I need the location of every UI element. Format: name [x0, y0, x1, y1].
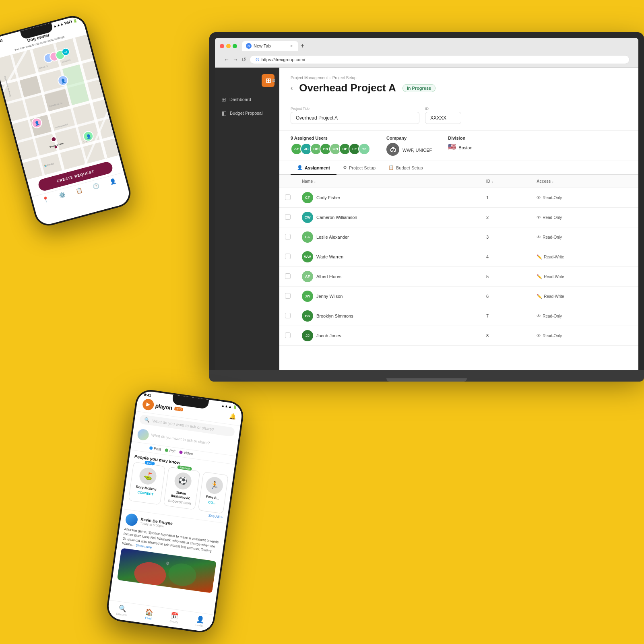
row-checkbox[interactable]: [285, 234, 291, 239]
project-id-input[interactable]: [425, 112, 461, 124]
nav-profile-icon[interactable]: 👤: [108, 176, 118, 186]
nav-list-icon[interactable]: 📋: [74, 186, 84, 195]
bottom-nav-center: 🔍 Discover 🏠 Feed 📅 Events 👤 Profile: [107, 600, 214, 632]
notification-bell-icon[interactable]: 🔔: [229, 413, 236, 420]
minimize-button-macos[interactable]: [226, 44, 231, 48]
row-name-cell: JJ Jacob Jones: [296, 326, 481, 346]
composer-placeholder[interactable]: What do you want to ask or share?: [151, 430, 211, 445]
row-name-cell: BS Brooklyn Simmons: [296, 306, 481, 326]
table-row: BS Brooklyn Simmons 7 👁 Read-Only: [279, 306, 638, 326]
nav-map-icon[interactable]: 📍: [41, 194, 50, 204]
nav-discover[interactable]: 🔍 Discover: [116, 604, 128, 617]
row-id-cell: 5: [481, 267, 531, 287]
access-text: Read-Only: [543, 196, 562, 200]
new-tab-button[interactable]: +: [301, 42, 304, 50]
dashboard-icon: ⊞: [221, 96, 226, 103]
poll-button[interactable]: Poll: [165, 448, 175, 454]
browser-tab-active[interactable]: G New Tab ×: [242, 41, 298, 51]
row-checkbox-cell: [279, 247, 296, 267]
tab-close-button[interactable]: ×: [290, 44, 293, 48]
url-input[interactable]: G https://itrexgroup.com/: [250, 55, 630, 64]
map-area[interactable]: Sunnyvale Saratoga Rd Killearn Ct Homest…: [0, 35, 119, 180]
row-checkbox[interactable]: [285, 332, 291, 338]
nav-history-icon[interactable]: 🕐: [91, 181, 101, 190]
center-phone: 9:41 ▲▲▲ 🔋 ▶ playon PRO 🔔 🔍 What do you …: [105, 388, 245, 634]
sidebar-item-dashboard[interactable]: ⊞ Dashboard: [215, 93, 279, 106]
division-name: Boston: [458, 145, 472, 150]
search-icon: 🔍: [144, 417, 151, 423]
sidebar-item-budget[interactable]: ◧ Budget Proposal: [215, 106, 279, 120]
col-checkbox: [279, 175, 296, 188]
nav-feed[interactable]: 🏠 Feed: [144, 608, 154, 620]
row-checkbox[interactable]: [285, 273, 291, 279]
tabs-bar: 👤 Assignment ⚙ Project Setup 📋 Budget Se…: [279, 161, 638, 175]
person-photo-rory: ⛳: [138, 466, 157, 485]
tab-project-setup[interactable]: ⚙ Project Setup: [336, 161, 382, 175]
person-name-zlatan: Zlatan Ibrahimović: [168, 489, 194, 500]
table-container[interactable]: Name ↕ ID ↕ Access ↕ CF Cody Fisher: [279, 175, 638, 370]
row-checkbox[interactable]: [285, 214, 291, 220]
traffic-lights: [220, 44, 237, 48]
access-text: Read-Only: [543, 314, 562, 318]
back-button[interactable]: ‹: [291, 85, 293, 92]
row-name-cell: WW Wade Warren: [296, 247, 481, 267]
row-access-cell: 👁 Read-Only: [531, 306, 638, 326]
url-text: https://itrexgroup.com/: [262, 57, 305, 62]
user-name: Jenny Wilson: [316, 294, 343, 299]
laptop: G New Tab × + ← → ↺ G https://itrexgroup…: [209, 32, 644, 382]
nav-events[interactable]: 📅 Events: [169, 611, 180, 624]
row-id-cell: 1: [481, 188, 531, 208]
row-checkbox-cell: [279, 267, 296, 287]
close-button-macos[interactable]: [220, 44, 224, 48]
person-card-rory: Golf ⛳ Rory McIlroy CONNECT: [128, 462, 165, 505]
sidebar-budget-label: Budget Proposal: [230, 111, 262, 116]
breadcrumb-part1: Project Management: [291, 76, 328, 80]
nav-profile[interactable]: 👤 Profile: [195, 615, 205, 627]
sidebar-header: ⊞ ≡: [215, 74, 279, 93]
person-card-pete: 🏃 Pete S... CO...: [198, 472, 228, 514]
maximize-button-macos[interactable]: [233, 44, 237, 48]
row-checkbox[interactable]: [285, 194, 291, 200]
access-icon: 👁: [537, 215, 541, 220]
avatar-more: +2: [358, 143, 370, 155]
events-icon: 📅: [170, 611, 179, 620]
forward-button[interactable]: →: [233, 56, 238, 63]
division-label: Division: [448, 136, 472, 140]
project-title-input[interactable]: [291, 112, 419, 124]
budget-icon: ◧: [221, 110, 227, 116]
col-access[interactable]: Access ↕: [531, 175, 638, 188]
user-avatar: AF: [302, 271, 313, 282]
video-button[interactable]: Video: [179, 450, 193, 456]
user-avatar: LA: [302, 231, 313, 243]
tab-assignment[interactable]: 👤 Assignment: [291, 161, 336, 175]
avatar-list: AE JC DR ER GN DE LE +2: [291, 143, 370, 155]
budget-setup-icon: 📋: [388, 165, 394, 170]
row-id-cell: 6: [481, 287, 531, 306]
row-checkbox-cell: [279, 208, 296, 227]
address-bar: ← → ↺ G https://itrexgroup.com/: [220, 53, 634, 67]
user-name: Wade Warren: [316, 254, 343, 259]
row-checkbox[interactable]: [285, 313, 291, 318]
col-name[interactable]: Name ↕: [296, 175, 481, 188]
breadcrumb-part2: Project Setup: [332, 76, 357, 80]
row-checkbox[interactable]: [285, 293, 291, 299]
post-button[interactable]: Post: [149, 446, 161, 452]
division-section: Division 🇺🇸 Boston: [448, 136, 472, 151]
sidebar-collapse-icon[interactable]: ≡: [272, 77, 275, 84]
user-avatar: CW: [302, 212, 313, 223]
row-checkbox[interactable]: [285, 254, 291, 259]
connect-button-pete[interactable]: CO...: [208, 500, 216, 505]
division-flag: 🇺🇸: [448, 143, 456, 151]
video-icon: [179, 450, 183, 454]
col-id[interactable]: ID ↕: [481, 175, 531, 188]
access-text: Read-Only: [543, 334, 562, 338]
tab-budget-setup[interactable]: 📋 Budget Setup: [382, 161, 429, 175]
profile-label: Profile: [195, 623, 204, 627]
nav-filter-icon[interactable]: ⚙️: [58, 190, 67, 200]
refresh-button[interactable]: ↺: [242, 56, 246, 63]
connect-button-rory[interactable]: CONNECT: [137, 491, 153, 496]
back-button[interactable]: ←: [224, 56, 229, 63]
assigned-row: 9 Assigned Users AE JC DR ER GN DE LE +2: [279, 131, 638, 161]
project-form-row: Project Title ID: [279, 100, 638, 131]
composer-avatar: [137, 428, 150, 441]
